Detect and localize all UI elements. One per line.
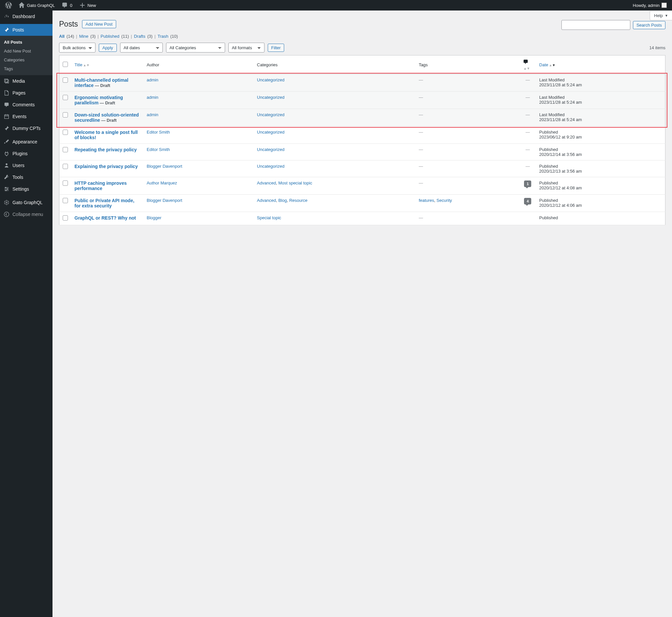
comment-count-bubble[interactable]: 4 [524,198,531,204]
category-link[interactable]: Special topic [257,215,281,220]
submenu-tags[interactable]: Tags [0,64,52,73]
search-button[interactable]: Search Posts [633,21,665,29]
bulk-actions-select[interactable]: Bulk actions [59,43,95,52]
row-checkbox[interactable] [63,164,68,169]
table-row: Public or Private API mode, for extra se… [59,195,665,212]
apply-button[interactable]: Apply [99,44,117,52]
author-link[interactable]: admin [147,95,158,100]
category-link[interactable]: Blog [278,198,287,203]
menu-users[interactable]: Users [0,160,52,171]
format-filter-select[interactable]: All formats [228,43,264,52]
post-title-link[interactable]: Explaining the privacy policy [74,164,138,169]
post-status-filters: All (14) | Mine (3) | Published (11) | D… [59,34,665,39]
menu-dummy[interactable]: Dummy CPTs [0,123,52,134]
wordpress-icon [5,2,12,9]
comment-icon [61,2,68,9]
menu-plugins[interactable]: Plugins [0,148,52,160]
tag-link[interactable]: features [419,198,434,203]
row-checkbox[interactable] [63,198,68,203]
search-input[interactable] [562,20,630,30]
post-title-link[interactable]: Repeating the privacy policy [74,147,137,152]
view-all[interactable]: All [59,34,65,39]
post-title-link[interactable]: Welcome to a single post full of blocks! [74,130,138,140]
new-content[interactable]: New [76,0,99,10]
author-link[interactable]: admin [147,77,158,82]
category-link[interactable]: Resource [289,198,307,203]
col-date-header[interactable]: Date▲▼ [536,55,665,74]
submenu-categories[interactable]: Categories [0,55,52,64]
category-link[interactable]: Uncategorized [257,95,284,100]
category-link[interactable]: Uncategorized [257,164,284,169]
filter-button[interactable]: Filter [268,44,284,52]
author-link[interactable]: Blogger Davenport [147,198,182,203]
brush-icon [3,139,10,145]
menu-posts[interactable]: Posts [0,24,52,36]
menu-gato[interactable]: Gato GraphQL [0,197,52,208]
posts-submenu: All Posts Add New Post Categories Tags [0,36,52,75]
category-link[interactable]: Uncategorized [257,147,284,152]
row-checkbox[interactable] [63,112,68,118]
menu-comments[interactable]: Comments [0,99,52,111]
menu-settings[interactable]: Settings [0,183,52,195]
category-link[interactable]: Uncategorized [257,130,284,135]
tag-link[interactable]: Security [436,198,452,203]
menu-tools[interactable]: Tools [0,171,52,183]
view-trash[interactable]: Trash [158,34,168,39]
row-checkbox[interactable] [63,147,68,152]
view-published[interactable]: Published [101,34,120,39]
row-checkbox[interactable] [63,77,68,83]
wp-logo[interactable] [3,0,14,10]
col-title-header[interactable]: Title▲▼ [71,55,144,74]
submenu-add-new[interactable]: Add New Post [0,47,52,55]
category-link[interactable]: Advanced [257,198,276,203]
col-author-header[interactable]: Author [144,55,254,74]
category-filter-select[interactable]: All Categories [166,43,225,52]
date-filter-select[interactable]: All dates [120,43,163,52]
author-link[interactable]: Blogger [147,215,162,220]
author-link[interactable]: Blogger Davenport [147,164,182,169]
row-checkbox[interactable] [63,130,68,135]
author-link[interactable]: Author Marquez [147,181,177,185]
user-icon [3,162,10,169]
menu-pages[interactable]: Pages [0,87,52,99]
col-tags-header[interactable]: Tags [415,55,519,74]
sliders-icon [3,186,10,192]
author-link[interactable]: Editor Smith [147,147,170,152]
main-content: Help ▼ Posts Add New Post Search Posts A… [52,10,672,617]
svg-point-1 [5,187,7,188]
row-checkbox[interactable] [63,95,68,100]
site-home[interactable]: Gato GraphQL [16,0,57,10]
author-link[interactable]: Editor Smith [147,130,170,135]
view-mine[interactable]: Mine [79,34,88,39]
posts-table: Title▲▼ Author Categories Tags ▲▼ Date▲▼… [59,55,665,225]
page-icon [3,89,10,96]
col-categories-header[interactable]: Categories [254,55,415,74]
author-link[interactable]: admin [147,112,158,117]
category-link[interactable]: Uncategorized [257,112,284,117]
menu-media[interactable]: Media [0,75,52,87]
date-cell: Last Modified 2023/11/28 at 5:24 am [536,109,665,126]
menu-appearance[interactable]: Appearance [0,136,52,148]
home-icon [18,2,25,9]
post-title-link[interactable]: HTTP caching improves performance [74,181,127,191]
menu-events[interactable]: Events [0,111,52,123]
date-cell: Last Modified 2023/11/28 at 5:24 am [536,74,665,91]
add-new-post-button[interactable]: Add New Post [82,20,116,28]
col-comments-header[interactable]: ▲▼ [519,55,536,74]
post-title-link[interactable]: Public or Private API mode, for extra se… [74,198,134,208]
submenu-all-posts[interactable]: All Posts [0,38,52,47]
account-menu[interactable]: Howdy, admin [633,3,669,8]
comment-count-bubble[interactable]: 1 [524,181,531,187]
post-title-link[interactable]: GraphQL or REST? Why not [74,215,136,221]
menu-dashboard[interactable]: Dashboard [0,10,52,22]
category-link[interactable]: Advanced [257,181,276,185]
row-checkbox[interactable] [63,215,68,221]
menu-collapse[interactable]: Collapse menu [0,208,52,220]
view-drafts[interactable]: Drafts [134,34,145,39]
row-checkbox[interactable] [63,181,68,186]
category-link[interactable]: Most special topic [278,181,312,185]
select-all-checkbox[interactable] [63,62,68,67]
comments-bubble[interactable]: 0 [59,0,75,10]
category-link[interactable]: Uncategorized [257,77,284,82]
help-tab[interactable]: Help ▼ [650,11,672,20]
